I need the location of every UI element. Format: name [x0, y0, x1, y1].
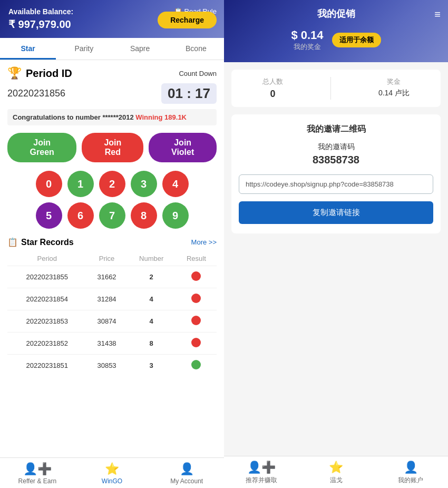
invite-url-box[interactable]: https://codeye.shop/signup.php?code=8385…	[239, 174, 433, 194]
nav-wingo[interactable]: ⭐ WinGO	[75, 462, 150, 485]
right-header: 我的促销 ≡ $ 0.14 我的奖金 适用于余额	[224, 0, 448, 62]
number-row-2: 5 6 7 8 9	[7, 202, 217, 229]
num-5[interactable]: 5	[36, 202, 62, 229]
star-icon: ⭐	[105, 462, 119, 476]
record-number: 8	[127, 333, 176, 355]
list-icon: 📋	[7, 237, 18, 247]
record-price: 31662	[87, 266, 127, 288]
num-2[interactable]: 2	[99, 171, 125, 197]
nav-account[interactable]: 👤 My Account	[149, 462, 224, 485]
num-4[interactable]: 4	[162, 171, 189, 197]
bottom-nav: 👤➕ Reffer & Earn ⭐ WinGO 👤 My Account	[0, 457, 224, 488]
record-period: 20220231852	[7, 333, 87, 355]
col-result: Result	[176, 251, 217, 266]
record-number: 4	[127, 288, 176, 310]
number-grid: 0 1 2 3 4 5 6 7 8 9	[7, 171, 217, 229]
record-price: 30853	[87, 355, 127, 377]
num-8[interactable]: 8	[131, 202, 157, 229]
account-icon: 👤	[180, 462, 194, 476]
record-result	[176, 288, 217, 310]
left-panel: 📋 Read Rule Available Balance: ₹ 997,979…	[0, 0, 224, 488]
total-label: 总人数	[262, 77, 283, 86]
right-nav-wingo[interactable]: ⭐ 温戈	[299, 461, 374, 485]
result-dot	[191, 360, 201, 369]
tab-parity[interactable]: Parity	[56, 38, 112, 60]
recharge-button[interactable]: Recharge	[158, 12, 217, 28]
record-number: 4	[127, 310, 176, 333]
right-content: 总人数 0 奖金 0.14 卢比 我的邀请二维码 我的邀请码 83858738 …	[224, 62, 448, 456]
nav-reffer[interactable]: 👤➕ Reffer & Earn	[0, 462, 75, 485]
right-header-title: 我的促销	[232, 7, 440, 20]
invite-code-label: 我的邀请码	[239, 142, 433, 152]
record-result	[176, 266, 217, 288]
tab-bcone[interactable]: Bcone	[168, 38, 224, 60]
stat-total: 总人数 0	[262, 77, 283, 100]
record-price: 31284	[87, 288, 127, 310]
period-row: 🏆 Period ID Count Down	[7, 66, 217, 80]
qr-title: 我的邀请二维码	[239, 124, 433, 135]
more-link[interactable]: More >>	[191, 238, 217, 246]
join-violet-button[interactable]: Join Violet	[149, 133, 217, 162]
stats-divider	[330, 77, 331, 100]
right-account-icon: 👤	[404, 461, 418, 474]
reward-value: 0.14 卢比	[378, 89, 410, 98]
col-price: Price	[87, 251, 127, 266]
reffer-icon: 👤➕	[23, 462, 52, 476]
period-info-row: 20220231856 01 : 17	[7, 83, 217, 104]
period-title: 🏆 Period ID	[7, 66, 72, 80]
record-period: 20220231855	[7, 266, 87, 288]
tab-star[interactable]: Star	[0, 38, 56, 60]
record-price: 30874	[87, 310, 127, 333]
left-header: 📋 Read Rule Available Balance: ₹ 997,979…	[0, 0, 224, 38]
col-number: Number	[127, 251, 176, 266]
record-period: 20220231851	[7, 355, 87, 377]
records-title: 📋 Star Records	[7, 237, 74, 247]
congrats-text: Congratulations to number ******2012 Win…	[7, 109, 217, 125]
invite-code-value: 83858738	[239, 154, 433, 166]
table-row: 20220231855316622	[7, 266, 217, 288]
right-panel: 我的促销 ≡ $ 0.14 我的奖金 适用于余额 总人数 0 奖金 0.14 卢…	[224, 0, 448, 488]
record-result	[176, 310, 217, 333]
balance-card: $ 0.14 我的奖金 适用于余额	[232, 28, 440, 52]
promo-icon: 👤➕	[247, 461, 276, 474]
trophy-icon: 🏆	[7, 66, 22, 80]
qr-section: 我的邀请二维码 我的邀请码 83858738 https://codeye.sh…	[231, 114, 441, 233]
table-row: 20220231854312844	[7, 288, 217, 310]
record-result	[176, 355, 217, 377]
right-star-icon: ⭐	[329, 461, 343, 474]
num-7[interactable]: 7	[99, 202, 125, 229]
right-bottom-nav: 👤➕ 推荐并赚取 ⭐ 温戈 👤 我的账户	[224, 456, 448, 488]
total-value: 0	[262, 89, 283, 100]
num-1[interactable]: 1	[67, 171, 94, 197]
record-period: 20220231853	[7, 310, 87, 333]
result-dot	[191, 316, 201, 325]
number-row-1: 0 1 2 3 4	[7, 171, 217, 197]
tabs-row: Star Parity Sapre Bcone	[0, 38, 224, 60]
main-content: 🏆 Period ID Count Down 20220231856 01 : …	[0, 60, 224, 457]
record-price: 31438	[87, 333, 127, 355]
tab-sapre[interactable]: Sapre	[112, 38, 168, 60]
reward-label: 奖金	[378, 77, 410, 86]
record-period: 20220231854	[7, 288, 87, 310]
record-result	[176, 333, 217, 355]
records-table: Period Price Number Result 2022023185531…	[7, 251, 217, 376]
num-6[interactable]: 6	[67, 202, 94, 229]
countdown-area: Count Down	[179, 70, 217, 77]
right-balance-amount: $ 0.14	[291, 28, 323, 42]
table-row: 20220231851308533	[7, 355, 217, 377]
countdown-label: Count Down	[179, 70, 217, 77]
copy-invite-button[interactable]: 复制邀请链接	[239, 201, 433, 224]
stats-row: 总人数 0 奖金 0.14 卢比	[231, 70, 441, 107]
join-green-button[interactable]: Join Green	[7, 133, 76, 162]
right-nav-promo[interactable]: 👤➕ 推荐并赚取	[224, 461, 299, 485]
menu-icon[interactable]: ≡	[434, 8, 441, 21]
countdown-value: 01 : 17	[161, 83, 217, 104]
applicable-badge: 适用于余额	[332, 33, 381, 47]
num-0[interactable]: 0	[36, 171, 62, 197]
right-nav-account[interactable]: 👤 我的账户	[373, 461, 448, 485]
join-red-button[interactable]: Join Red	[82, 133, 143, 162]
join-buttons: Join Green Join Red Join Violet	[7, 133, 217, 162]
num-3[interactable]: 3	[131, 171, 157, 197]
col-period: Period	[7, 251, 87, 266]
num-9[interactable]: 9	[162, 202, 189, 229]
